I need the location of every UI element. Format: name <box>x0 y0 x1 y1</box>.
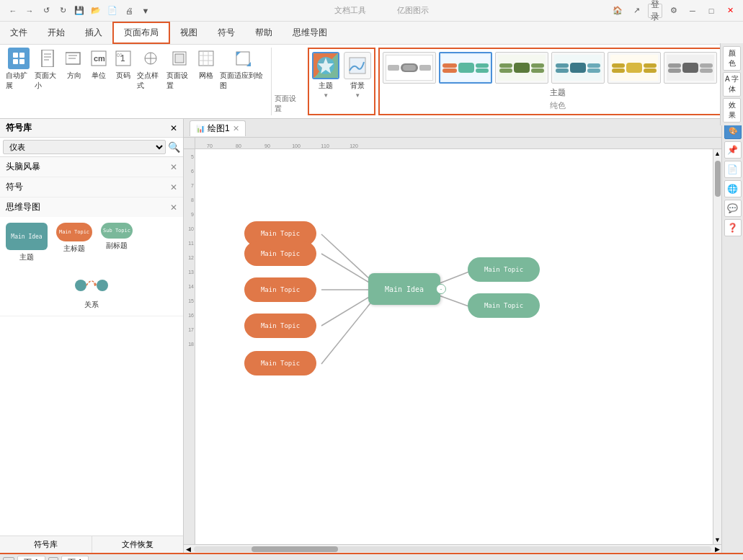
scroll-right-btn[interactable]: ▶ <box>713 545 721 554</box>
login-btn[interactable]: 登录 <box>648 4 662 18</box>
topic-left-5[interactable]: Main Topic <box>244 351 316 375</box>
effect-panel-btn[interactable]: 效果 <box>723 98 741 123</box>
tab-help[interactable]: 帮助 <box>245 22 282 44</box>
hscroll-track[interactable] <box>194 546 711 552</box>
theme-option-1[interactable] <box>383 52 436 84</box>
sub-topic-shape[interactable]: Sub Topic 副标题 <box>101 223 133 251</box>
vertical-scrollbar[interactable]: ▲ ▼ <box>713 149 721 544</box>
svg-rect-0 <box>13 53 18 58</box>
unit-btn[interactable]: cm 单位 <box>88 48 110 81</box>
theme-section: 主题 ▼ 背景 ▼ <box>308 48 375 115</box>
save-btn[interactable]: 💾 <box>72 4 86 18</box>
minimize-btn[interactable]: ─ <box>685 4 700 18</box>
app-name: 亿图图示 <box>397 6 429 14</box>
sidebar-header: 符号库 ✕ <box>0 119 183 138</box>
page-size-btn[interactable]: 页面大小 <box>35 48 61 91</box>
page-setup-btn[interactable]: 页面设置 <box>166 48 192 91</box>
category-brainstorm-header[interactable]: 头脑风暴 ✕ <box>0 157 183 177</box>
main-idea-expand[interactable]: - <box>436 284 446 294</box>
rt-doc-btn[interactable]: 📄 <box>724 161 742 178</box>
rt-pin-btn[interactable]: 📌 <box>724 141 742 159</box>
scroll-down-btn[interactable]: ▼ <box>713 535 722 544</box>
category-mindmap: 思维导图 ✕ Main Idea 主题 Main Topic 主标题 <box>0 197 183 316</box>
vscroll-track <box>714 158 721 535</box>
redo-btn[interactable]: ↻ <box>55 4 70 18</box>
file-restore-btn[interactable]: 文件恢复 <box>92 536 184 553</box>
category-mindmap-header[interactable]: 思维导图 ✕ <box>0 197 183 217</box>
scroll-left-btn[interactable]: ◀ <box>184 545 192 554</box>
crosspoint-btn[interactable]: 交点样式 <box>137 48 163 91</box>
topic-left-4[interactable]: Main Topic <box>244 314 316 338</box>
maximize-btn[interactable]: □ <box>704 4 718 18</box>
doc-tools-label: 文档工具 <box>334 6 366 14</box>
topic-right-1[interactable]: Main Topic <box>468 257 540 282</box>
new-btn[interactable]: 📄 <box>105 4 120 18</box>
rt-chat-btn[interactable]: 💬 <box>724 200 742 217</box>
symbols-close-btn[interactable]: ✕ <box>170 182 177 192</box>
direction-btn[interactable]: 方向 <box>63 48 85 81</box>
sidebar-close-btn[interactable]: ✕ <box>170 123 177 133</box>
auto-expand-btn[interactable]: 自动扩展 <box>6 48 32 91</box>
canvas-column: 70 80 90 100 110 120 5 6 <box>184 138 721 553</box>
theme-option-3[interactable] <box>495 52 548 84</box>
ruler-corner <box>184 138 195 149</box>
scroll-up-btn[interactable]: ▲ <box>713 149 722 158</box>
background-btn[interactable]: 背景 ▼ <box>344 52 371 99</box>
home-btn[interactable]: 🏠 <box>610 4 625 18</box>
tab-mindmap[interactable]: 思维导图 <box>282 22 337 44</box>
brainstorm-close-btn[interactable]: ✕ <box>170 162 177 172</box>
vscroll-thumb[interactable] <box>715 161 721 197</box>
forward-btn[interactable]: → <box>22 4 37 18</box>
category-symbols-header[interactable]: 符号 ✕ <box>0 177 183 197</box>
sidebar-dropdown[interactable]: 仪表 <box>3 140 166 154</box>
prev-page-btn[interactable]: ◀ <box>3 557 14 560</box>
main-idea-node[interactable]: Main Idea - <box>368 273 440 305</box>
svg-rect-2 <box>13 59 18 64</box>
tab-symbols[interactable]: 符号 <box>208 22 245 44</box>
canvas-tab-close[interactable]: ✕ <box>233 124 239 133</box>
theme-option-4[interactable] <box>551 52 605 84</box>
topic-left-3[interactable]: Main Topic <box>244 277 316 302</box>
tab-home[interactable]: 开始 <box>37 22 75 44</box>
topic-right-2[interactable]: Main Topic <box>468 293 540 318</box>
back-btn[interactable]: ← <box>6 4 20 18</box>
fit-page-btn[interactable]: 页面适应到绘图 <box>220 48 265 91</box>
theme-shape[interactable]: Main Idea 主题 <box>6 223 48 262</box>
tab-insert[interactable]: 插入 <box>75 22 112 44</box>
main-topic-shape[interactable]: Main Topic 主标题 <box>56 223 92 254</box>
page-num-btn[interactable]: 101 页码 <box>112 48 134 81</box>
rt-globe-btn[interactable]: 🌐 <box>724 180 742 197</box>
theme-option-6[interactable] <box>664 52 717 84</box>
tab-view[interactable]: 视图 <box>170 22 208 44</box>
mindmap-shapes: Main Idea 主题 Main Topic 主标题 Sub Topic 副标… <box>0 217 183 268</box>
more-btn[interactable]: ▼ <box>138 4 153 18</box>
settings-btn[interactable]: ⚙ <box>667 4 681 18</box>
grid-btn[interactable]: 网格 <box>195 48 217 81</box>
add-page-btn[interactable]: + <box>48 557 58 560</box>
hscroll-thumb[interactable] <box>252 546 338 552</box>
share-btn[interactable]: ↗ <box>629 4 644 18</box>
tab-file[interactable]: 文件 <box>0 22 37 44</box>
sidebar-search-btn[interactable]: 🔍 <box>168 141 180 153</box>
symbols-tab-btn[interactable]: 符号库 <box>0 536 92 553</box>
canvas-area: 📊 绘图1 ✕ 70 80 90 100 110 <box>184 119 721 553</box>
close-btn[interactable]: ✕ <box>723 4 737 18</box>
page-tab-1[interactable]: 页-1 <box>61 556 89 560</box>
rt-help-btn[interactable]: ❓ <box>724 219 742 236</box>
theme-option-2[interactable] <box>439 52 492 84</box>
svg-point-32 <box>75 280 86 291</box>
drawing-canvas[interactable]: Main Idea - Main Topic Main Topic Main T… <box>195 149 713 544</box>
theme-option-5[interactable] <box>608 52 661 84</box>
undo-btn[interactable]: ↺ <box>39 4 53 18</box>
open-btn[interactable]: 📂 <box>89 4 103 18</box>
relation-item[interactable] <box>74 271 110 300</box>
print-btn[interactable]: 🖨 <box>122 4 136 18</box>
font-panel-btn[interactable]: A 字体 <box>723 72 741 97</box>
tab-page-layout[interactable]: 页面布局 <box>112 22 170 44</box>
current-page-tab[interactable]: 页-1 <box>17 556 45 560</box>
canvas-tab-diagram[interactable]: 📊 绘图1 ✕ <box>190 120 246 136</box>
mindmap-close-btn[interactable]: ✕ <box>170 203 177 213</box>
theme-btn[interactable]: 主题 ▼ <box>312 52 339 99</box>
color-panel-btn[interactable]: 颜色 <box>723 46 741 71</box>
topic-left-2[interactable]: Main Topic <box>244 241 316 266</box>
